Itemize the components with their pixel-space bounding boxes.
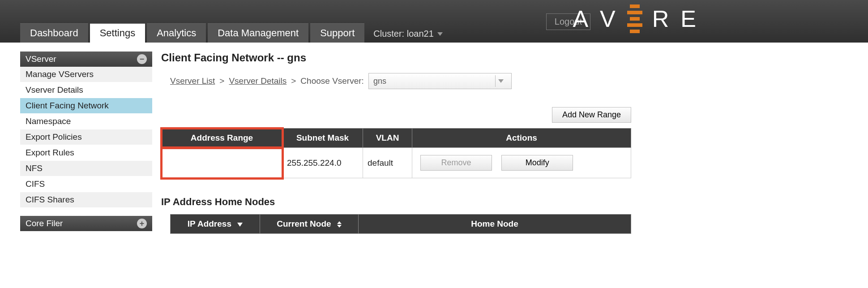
logo-letter: E — [680, 5, 698, 32]
logo-letter: R — [652, 5, 671, 32]
modify-button[interactable]: Modify — [501, 155, 573, 171]
col-ip-address[interactable]: IP Address — [171, 215, 260, 234]
cell-subnet-mask: 255.255.224.0 — [282, 148, 363, 178]
chevron-down-icon — [437, 32, 443, 36]
sidebar-item-namespace[interactable]: Namespace — [20, 114, 152, 129]
cell-address-range — [162, 148, 282, 178]
ip-home-nodes-table: IP Address Current Node Home Node — [170, 214, 631, 234]
minus-icon: − — [137, 54, 147, 64]
col-address-range[interactable]: Address Range — [162, 129, 282, 148]
breadcrumb-separator: > — [219, 76, 224, 86]
page-title: Client Facing Network -- gns — [161, 52, 631, 64]
logo-letter: A — [573, 5, 590, 32]
sidebar-section-title: VServer — [26, 54, 56, 64]
tab-settings[interactable]: Settings — [90, 23, 145, 43]
sidebar-section-core-filer[interactable]: Core Filer + — [20, 216, 152, 231]
content-area: Client Facing Network -- gns Vserver Lis… — [152, 52, 645, 234]
sidebar-item-vserver-details[interactable]: Vserver Details — [20, 82, 152, 98]
logo-letter: V — [600, 5, 617, 32]
cluster-label-text: Cluster: loan21 — [373, 29, 434, 39]
address-range-table: Address Range Subnet Mask VLAN Actions 2… — [161, 128, 631, 178]
logo-bars-icon — [627, 4, 642, 33]
sidebar-item-export-policies[interactable]: Export Policies — [20, 129, 152, 145]
cell-actions: Remove Modify — [412, 148, 631, 178]
sidebar-item-cifs[interactable]: CIFS — [20, 176, 152, 192]
table-row: 255.255.224.0 default Remove Modify — [162, 148, 631, 178]
plus-icon: + — [137, 219, 147, 228]
sidebar-item-client-facing-network[interactable]: Client Facing Network — [20, 98, 152, 114]
tab-data-management[interactable]: Data Management — [208, 23, 308, 43]
ip-home-nodes-title: IP Address Home Nodes — [161, 196, 631, 208]
brand-logo: A V R E — [573, 4, 698, 33]
cluster-selector[interactable]: Cluster: loan21 — [366, 25, 450, 43]
sort-desc-icon — [237, 223, 243, 227]
sidebar: VServer − Manage VServers Vserver Detail… — [20, 52, 152, 234]
tab-support[interactable]: Support — [310, 23, 364, 43]
vserver-select[interactable]: gns — [368, 73, 512, 89]
sidebar-item-cifs-shares[interactable]: CIFS Shares — [20, 192, 152, 208]
vserver-select-value: gns — [373, 77, 386, 86]
choose-vserver-label: Choose Vserver: — [300, 76, 364, 86]
chevron-down-icon — [495, 75, 507, 87]
sidebar-section-vserver[interactable]: VServer − — [20, 52, 152, 67]
col-subnet-mask[interactable]: Subnet Mask — [282, 129, 363, 148]
cell-vlan: default — [363, 148, 412, 178]
breadcrumb-vserver-details[interactable]: Vserver Details — [229, 76, 286, 86]
remove-button[interactable]: Remove — [420, 155, 492, 171]
sidebar-item-export-rules[interactable]: Export Rules — [20, 145, 152, 161]
tab-dashboard[interactable]: Dashboard — [20, 23, 88, 43]
col-actions: Actions — [412, 129, 631, 148]
main-tabs: Dashboard Settings Analytics Data Manage… — [20, 23, 450, 43]
sidebar-item-manage-vservers[interactable]: Manage VServers — [20, 67, 152, 82]
sidebar-item-nfs[interactable]: NFS — [20, 161, 152, 176]
sidebar-section-title: Core Filer — [26, 219, 63, 228]
col-vlan[interactable]: VLAN — [363, 129, 412, 148]
col-current-node-label: Current Node — [277, 219, 331, 228]
breadcrumb-separator: > — [291, 76, 296, 86]
col-ip-address-label: IP Address — [188, 219, 231, 228]
breadcrumb: Vserver List > Vserver Details > Choose … — [170, 73, 631, 89]
tab-analytics[interactable]: Analytics — [147, 23, 206, 43]
add-new-range-button[interactable]: Add New Range — [552, 107, 631, 123]
sort-icon — [337, 221, 342, 228]
top-bar: Logout A V R E Dashboard Settings Analyt… — [0, 0, 868, 43]
col-home-node[interactable]: Home Node — [359, 215, 631, 234]
col-current-node[interactable]: Current Node — [260, 215, 359, 234]
breadcrumb-vserver-list[interactable]: Vserver List — [170, 76, 215, 86]
